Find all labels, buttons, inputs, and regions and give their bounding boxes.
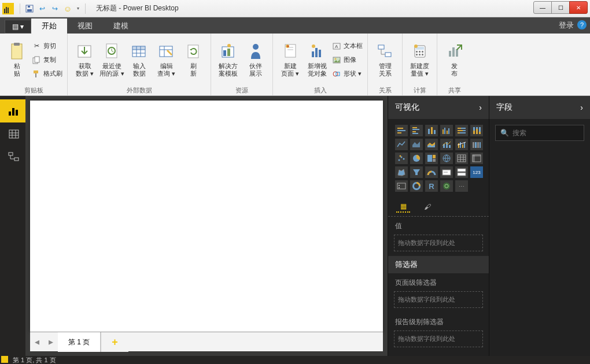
tab-modeling[interactable]: 建模: [103, 18, 139, 34]
viz-area-icon[interactable]: [410, 139, 423, 150]
svg-rect-71: [428, 129, 430, 134]
maximize-button[interactable]: ☐: [551, 1, 570, 14]
viz-clustered-column-icon[interactable]: [440, 125, 453, 136]
enter-data-button[interactable]: 输入数据: [126, 41, 153, 79]
svg-rect-94: [460, 142, 461, 148]
svg-rect-41: [385, 53, 391, 57]
viz-stacked-column-icon[interactable]: [425, 125, 438, 136]
viz-stacked-area-icon[interactable]: [425, 139, 438, 150]
manage-relations-button[interactable]: 管理关系: [371, 41, 399, 79]
visualizations-header[interactable]: 可视化›: [388, 96, 489, 119]
viz-scatter-icon[interactable]: [395, 153, 408, 164]
viz-combo-icon[interactable]: [440, 139, 453, 150]
partner-showcase-button[interactable]: 伙伴展示: [242, 41, 269, 79]
viz-map-icon[interactable]: [440, 153, 453, 164]
viz-kpi-icon[interactable]: 123: [470, 166, 483, 178]
new-page-button[interactable]: ★新建页面 ▾: [276, 41, 304, 79]
fields-header[interactable]: 字段›: [489, 96, 590, 119]
edit-queries-button[interactable]: 编辑查询 ▾: [153, 41, 180, 79]
redo-icon[interactable]: ↪: [49, 3, 61, 14]
page-prev-button[interactable]: ◂: [30, 336, 44, 347]
shapes-button[interactable]: 形状 ▾: [331, 68, 364, 80]
viz-combo2-icon[interactable]: [455, 139, 468, 150]
format-tab-icon[interactable]: 🖌: [421, 201, 434, 213]
viz-property-tabs: ▦ 🖌: [388, 198, 489, 217]
minimize-button[interactable]: —: [533, 1, 552, 14]
viz-more-icon[interactable]: ⋯: [455, 180, 468, 192]
help-icon[interactable]: ?: [577, 20, 587, 29]
image-button[interactable]: 图像: [331, 54, 364, 66]
viz-stacked-bar-icon[interactable]: [395, 125, 408, 136]
viz-arcgis-icon[interactable]: [440, 180, 453, 192]
value-dropzone[interactable]: 拖动数据字段到此处: [394, 235, 483, 251]
ribbon-tabs: ▤ ▾ 开始 视图 建模 登录 ?: [0, 17, 590, 34]
tab-view[interactable]: 视图: [67, 18, 103, 34]
filters-header: 筛选器: [388, 256, 489, 273]
title-bar: ↩ ↪ ☺ ▾ 无标题 - Power BI Desktop — ☐ ✕: [0, 0, 590, 17]
view-switcher: [0, 96, 25, 356]
viz-matrix-icon[interactable]: [470, 153, 483, 164]
svg-rect-45: [419, 51, 421, 53]
svg-text:A: A: [335, 44, 338, 49]
svg-text:★: ★: [286, 44, 289, 48]
solution-templates-button[interactable]: 解决方案模板: [215, 41, 242, 79]
viz-line-icon[interactable]: [395, 139, 408, 150]
report-view-button[interactable]: [0, 99, 25, 122]
add-page-button[interactable]: +: [101, 332, 128, 352]
tab-home[interactable]: 开始: [31, 18, 67, 34]
get-data-button[interactable]: 获取数据 ▾: [71, 41, 98, 79]
viz-pie-icon[interactable]: [410, 153, 423, 164]
save-icon[interactable]: [24, 3, 35, 14]
svg-rect-77: [448, 128, 449, 134]
viz-gauge-icon[interactable]: [425, 166, 438, 178]
svg-rect-73: [434, 130, 436, 134]
viz-filled-map-icon[interactable]: [395, 166, 408, 178]
viz-slicer-icon[interactable]: [395, 180, 408, 192]
data-view-button[interactable]: [0, 122, 25, 146]
svg-rect-64: [397, 128, 403, 129]
publish-button[interactable]: 发布: [441, 41, 468, 79]
undo-icon[interactable]: ↩: [36, 3, 48, 14]
viz-clustered-bar-icon[interactable]: [410, 125, 423, 136]
viz-donut-icon[interactable]: [410, 180, 423, 192]
copy-button[interactable]: 复制: [31, 54, 64, 66]
svg-rect-85: [473, 131, 475, 134]
close-button[interactable]: ✕: [569, 1, 588, 14]
value-label: 值: [388, 217, 489, 233]
recent-sources-button[interactable]: 最近使用的源 ▾: [98, 41, 126, 79]
visualizations-pane: 可视化› 123: [388, 96, 489, 356]
cut-button[interactable]: ✂剪切: [31, 40, 64, 53]
refresh-button[interactable]: 刷新: [180, 41, 207, 79]
sign-in-link[interactable]: 登录: [559, 20, 574, 31]
viz-ribbon-icon[interactable]: [470, 139, 483, 150]
smile-icon[interactable]: ☺: [62, 3, 73, 14]
viz-100-stacked-bar-icon[interactable]: [455, 125, 468, 136]
viz-100-stacked-column-icon[interactable]: [470, 125, 483, 136]
qat-menu-icon[interactable]: ▾: [75, 3, 82, 14]
model-view-button[interactable]: [0, 146, 25, 169]
page-filter-dropzone[interactable]: 拖动数据字段到此处: [394, 291, 483, 308]
svg-rect-70: [412, 133, 418, 134]
viz-treemap-icon[interactable]: [425, 153, 438, 164]
report-page-canvas[interactable]: [30, 101, 383, 332]
viz-card-icon[interactable]: [440, 166, 453, 178]
viz-r-icon[interactable]: R: [425, 180, 438, 192]
fields-search-input[interactable]: [512, 129, 579, 137]
fields-search[interactable]: 🔍: [495, 125, 584, 141]
textbox-button[interactable]: A文本框: [331, 40, 364, 53]
report-filter-dropzone[interactable]: 拖动数据字段到此处: [394, 330, 483, 347]
svg-rect-99: [477, 142, 479, 148]
file-menu-button[interactable]: ▤ ▾: [5, 20, 31, 34]
page-tab-1[interactable]: 第 1 页: [58, 332, 101, 352]
new-visual-button[interactable]: 新增视觉对象: [304, 41, 331, 79]
page-next-button[interactable]: ▸: [44, 336, 58, 347]
fields-tab-icon[interactable]: ▦: [396, 201, 410, 213]
svg-rect-56: [16, 110, 18, 116]
viz-table-icon[interactable]: [455, 153, 468, 164]
new-measure-button[interactable]: 新建度量值 ▾: [406, 41, 433, 79]
viz-funnel-icon[interactable]: [410, 166, 423, 178]
format-painter-button[interactable]: 格式刷: [31, 68, 64, 80]
viz-multirow-card-icon[interactable]: [455, 166, 468, 178]
paste-button[interactable]: 粘贴: [3, 41, 31, 79]
svg-rect-57: [9, 130, 19, 138]
